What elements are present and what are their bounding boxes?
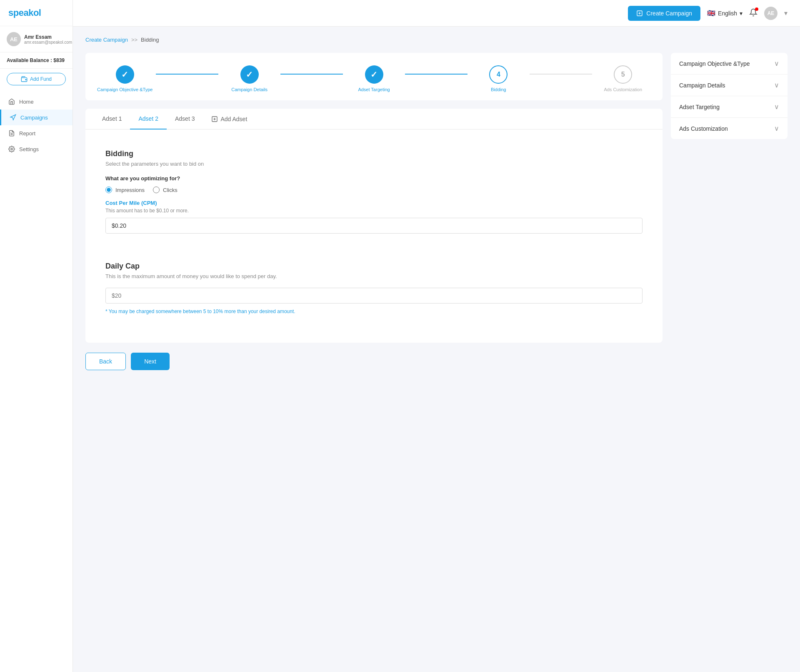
tab-content: Bidding Select the parameters you want t… xyxy=(85,129,662,343)
tab-adset1[interactable]: Adset 1 xyxy=(94,109,130,129)
breadcrumb-current: Bidding xyxy=(141,37,159,43)
language-label: English xyxy=(718,10,737,17)
step-label-4: Bidding xyxy=(491,87,506,92)
svg-point-1 xyxy=(25,79,26,80)
daily-cap-title: Daily Cap xyxy=(105,262,642,271)
step-circle-3: ✓ xyxy=(365,65,383,84)
right-panel: Campaign Objective &Type ∨ Campaign Deta… xyxy=(671,53,788,370)
language-selector[interactable]: 🇬🇧 English ▾ xyxy=(707,9,742,17)
action-buttons: Back Next xyxy=(85,353,662,370)
step-line-3-4 xyxy=(405,74,467,75)
add-fund-button[interactable]: Add Fund xyxy=(7,73,66,85)
tab-adset2[interactable]: Adset 2 xyxy=(130,109,166,129)
home-icon xyxy=(8,98,15,105)
sidebar-item-campaigns[interactable]: Campaigns xyxy=(0,110,72,125)
notification-badge xyxy=(755,7,758,11)
bidding-title: Bidding xyxy=(105,149,642,158)
right-panel-details[interactable]: Campaign Details ∨ xyxy=(671,75,788,96)
sidebar-item-label: Settings xyxy=(19,146,39,152)
optimize-label: What are you optimizing for? xyxy=(105,175,642,182)
step-label-3: Adset Targeting xyxy=(358,87,390,92)
cpm-hint: This amount has to be $0.10 or more. xyxy=(105,208,642,214)
sidebar: speakol AE Amr Essam amr.essam@speakol.c… xyxy=(0,0,73,672)
chevron-down-icon: ▾ xyxy=(740,10,742,17)
sidebar-item-label: Home xyxy=(19,99,34,105)
gear-icon xyxy=(8,146,15,152)
step-3: ✓ Adset Targeting xyxy=(343,65,405,92)
sidebar-item-home[interactable]: Home xyxy=(0,94,72,110)
chevron-down-icon: ∨ xyxy=(774,103,779,111)
notification-button[interactable] xyxy=(749,8,758,18)
radio-clicks[interactable]: Clicks xyxy=(153,187,178,193)
user-name: Amr Essam xyxy=(24,34,72,40)
tabs-container: Adset 1 Adset 2 Adset 3 Add Adset xyxy=(85,109,662,343)
step-line-4-5 xyxy=(530,74,592,75)
main-area: Create Campaign 🇬🇧 English ▾ AE ▾ Create xyxy=(73,0,800,672)
daily-cap-subtitle: This is the maximum amount of money you … xyxy=(105,273,642,279)
balance-amount: $839 xyxy=(53,57,65,63)
right-panel-details-label: Campaign Details xyxy=(679,82,725,89)
campaign-add-icon xyxy=(636,10,643,17)
daily-cap-warning: * You may be charged somewhere between 5… xyxy=(105,309,642,314)
add-adset-tab[interactable]: Add Adset xyxy=(203,109,255,129)
chevron-down-icon: ∨ xyxy=(774,81,779,89)
sidebar-item-label: Campaigns xyxy=(20,114,48,121)
back-button[interactable]: Back xyxy=(85,353,126,370)
top-header: Create Campaign 🇬🇧 English ▾ AE ▾ xyxy=(73,0,800,27)
brand-name: speakol xyxy=(8,7,41,18)
step-circle-5: 5 xyxy=(614,65,632,84)
add-adset-icon xyxy=(211,116,218,122)
create-campaign-header-button[interactable]: Create Campaign xyxy=(628,6,700,21)
breadcrumb-link[interactable]: Create Campaign xyxy=(85,37,128,43)
tab-adset3[interactable]: Adset 3 xyxy=(167,109,203,129)
step-5: 5 Ads Customization xyxy=(592,65,654,92)
step-label-2: Campaign Details xyxy=(231,87,268,92)
right-panel-objective[interactable]: Campaign Objective &Type ∨ xyxy=(671,53,788,75)
sidebar-item-settings[interactable]: Settings xyxy=(0,141,72,157)
main-content: ✓ Campaign Objective &Type ✓ Campaign xyxy=(85,53,662,370)
cpm-label: Cost Per Mile (CPM) xyxy=(105,200,642,206)
right-panel-customization[interactable]: Ads Customization ∨ xyxy=(671,118,788,139)
right-panel-customization-label: Ads Customization xyxy=(679,125,728,132)
campaigns-icon xyxy=(10,114,16,121)
step-4: 4 Bidding xyxy=(468,65,530,92)
flag-icon: 🇬🇧 xyxy=(707,9,715,17)
chevron-down-icon: ∨ xyxy=(774,60,779,67)
user-profile: AE Amr Essam amr.essam@speakol.com xyxy=(0,26,72,52)
cpm-input[interactable] xyxy=(105,218,642,234)
step-1: ✓ Campaign Objective &Type xyxy=(94,65,156,92)
optimize-radio-group: Impressions Clicks xyxy=(105,187,642,193)
right-panel-objective-label: Campaign Objective &Type xyxy=(679,60,750,67)
avatar: AE xyxy=(7,32,21,46)
steps-container: ✓ Campaign Objective &Type ✓ Campaign xyxy=(85,53,662,100)
chevron-down-icon: ▾ xyxy=(784,9,788,17)
content-wrapper: Create Campaign >> Bidding ✓ xyxy=(73,27,800,672)
step-line-1-2 xyxy=(156,74,218,75)
nav-menu: Home Campaigns xyxy=(0,94,72,157)
bidding-section: Bidding Select the parameters you want t… xyxy=(95,139,652,244)
radio-impressions[interactable]: Impressions xyxy=(105,187,145,193)
page-body: ✓ Campaign Objective &Type ✓ Campaign xyxy=(85,53,788,370)
breadcrumb: Create Campaign >> Bidding xyxy=(85,37,788,43)
breadcrumb-separator: >> xyxy=(131,37,138,43)
wallet-icon xyxy=(21,76,28,82)
user-email: amr.essam@speakol.com xyxy=(24,40,72,45)
right-panel-section: Campaign Objective &Type ∨ Campaign Deta… xyxy=(671,53,788,139)
svg-marker-2 xyxy=(10,114,16,120)
report-icon xyxy=(8,130,15,137)
step-line-2-3 xyxy=(280,74,342,75)
step-2: ✓ Campaign Details xyxy=(218,65,280,92)
step-circle-1: ✓ xyxy=(116,65,134,84)
svg-point-5 xyxy=(11,148,12,150)
daily-cap-input[interactable] xyxy=(105,288,642,304)
step-circle-2: ✓ xyxy=(240,65,259,84)
bidding-subtitle: Select the parameters you want to bid on xyxy=(105,161,642,167)
tabs-row: Adset 1 Adset 2 Adset 3 Add Adset xyxy=(85,109,662,129)
sidebar-item-label: Report xyxy=(19,130,35,137)
steps-row: ✓ Campaign Objective &Type ✓ Campaign xyxy=(94,65,654,92)
user-avatar-header[interactable]: AE xyxy=(764,7,778,20)
logo: speakol xyxy=(0,0,72,26)
right-panel-targeting[interactable]: Adset Targeting ∨ xyxy=(671,96,788,118)
next-button[interactable]: Next xyxy=(131,353,170,370)
sidebar-item-report[interactable]: Report xyxy=(0,125,72,141)
